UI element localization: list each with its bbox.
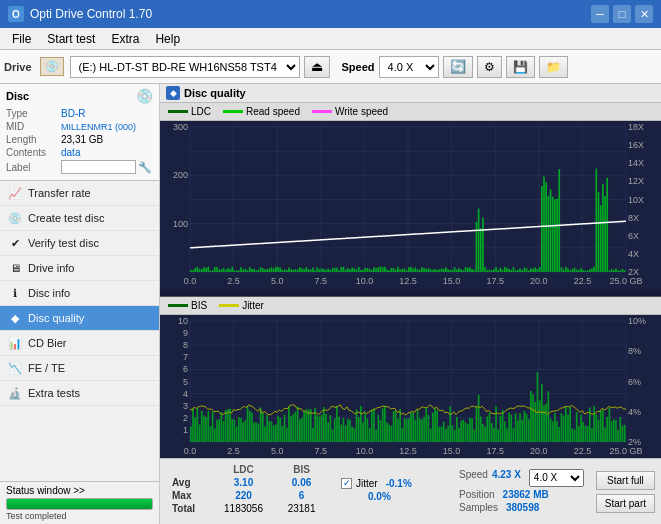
bottom-legend-bar: BIS Jitter xyxy=(160,297,661,315)
maximize-button[interactable]: □ xyxy=(613,5,631,23)
cd-bier-icon: 📊 xyxy=(8,336,22,350)
eject-button[interactable]: ⏏ xyxy=(304,56,330,78)
disc-label-key: Label xyxy=(6,162,61,173)
chart-header-icon: ◆ xyxy=(166,86,180,100)
extra-tests-icon: 🔬 xyxy=(8,386,22,400)
menu-start-test[interactable]: Start test xyxy=(39,30,103,48)
config-button[interactable]: ⚙ xyxy=(477,56,502,78)
drive-select[interactable]: (E:) HL-DT-ST BD-RE WH16NS58 TST4 xyxy=(70,56,300,78)
stats-table: LDC BIS Avg 3.10 0.06 Max 220 6 Total xyxy=(160,459,333,524)
jitter-avg: -0.1% xyxy=(386,478,412,489)
nav-cd-bier[interactable]: 📊 CD Bier xyxy=(0,331,159,356)
minimize-button[interactable]: ─ xyxy=(591,5,609,23)
stats-max-ldc: 220 xyxy=(211,489,276,502)
nav-fe-te[interactable]: 📉 FE / TE xyxy=(0,356,159,381)
menu-file[interactable]: File xyxy=(4,30,39,48)
speed-info-section: Speed 4.23 X 4.0 X Position 23862 MB Sam… xyxy=(453,459,590,524)
legend-jitter: Jitter xyxy=(219,300,264,311)
drive-label: Drive xyxy=(4,61,32,73)
nav-drive-info[interactable]: 🖥 Drive info xyxy=(0,256,159,281)
transfer-rate-icon: 📈 xyxy=(8,186,22,200)
progress-bar-fill xyxy=(7,499,152,509)
titlebar: O Opti Drive Control 1.70 ─ □ ✕ xyxy=(0,0,661,28)
refresh-button[interactable]: 🔄 xyxy=(443,56,473,78)
stats-avg-bis: 0.06 xyxy=(276,476,327,489)
stats-total-bis: 23181 xyxy=(276,502,327,515)
nav-create-test-disc[interactable]: 💿 Create test disc xyxy=(0,206,159,231)
bottom-chart-canvas xyxy=(160,315,661,458)
burn-button[interactable]: 💾 xyxy=(506,56,535,78)
top-chart-canvas xyxy=(160,121,661,290)
progress-bar-container xyxy=(6,498,153,510)
speed-select[interactable]: 4.0 X xyxy=(379,56,439,78)
status-window-label: Status window >> xyxy=(6,485,85,496)
table-row: Max 220 6 xyxy=(166,489,327,502)
stats-col-ldc: LDC xyxy=(211,463,276,476)
jitter-checkbox[interactable]: ✓ xyxy=(341,478,352,489)
disc-type-key: Type xyxy=(6,108,61,119)
charts-container: LDC Read speed Write speed BIS xyxy=(160,103,661,458)
table-row: Total 1183056 23181 xyxy=(166,502,327,515)
nav-extra-tests[interactable]: 🔬 Extra tests xyxy=(0,381,159,406)
app-icon: O xyxy=(8,6,24,22)
samples-key: Samples xyxy=(459,502,498,513)
stats-total-label: Total xyxy=(166,502,211,515)
nav-disc-info-label: Disc info xyxy=(28,287,70,299)
bottom-chart-wrapper xyxy=(160,315,661,458)
disc-length-val: 23,31 GB xyxy=(61,134,103,145)
nav-create-test-disc-label: Create test disc xyxy=(28,212,104,224)
jitter-max: 0.0% xyxy=(368,491,391,502)
main-area: Disc 💿 Type BD-R MID MILLENMR1 (000) Len… xyxy=(0,84,661,524)
position-key: Position xyxy=(459,489,495,500)
legend-bis-label: BIS xyxy=(191,300,207,311)
start-part-button[interactable]: Start part xyxy=(596,494,655,513)
drive-icon: 💿 xyxy=(40,57,64,76)
right-panel: ◆ Disc quality LDC Read speed Write spee… xyxy=(160,84,661,524)
create-test-disc-icon: 💿 xyxy=(8,211,22,225)
disc-mid-val: MILLENMR1 (000) xyxy=(61,122,136,132)
legend-jitter-label: Jitter xyxy=(242,300,264,311)
fe-te-icon: 📉 xyxy=(8,361,22,375)
save-button[interactable]: 📁 xyxy=(539,56,568,78)
nav-cd-bier-label: CD Bier xyxy=(28,337,67,349)
position-val: 23862 MB xyxy=(503,489,549,500)
speed-label: Speed xyxy=(342,61,375,73)
disc-header-icon: 💿 xyxy=(136,88,153,104)
menu-help[interactable]: Help xyxy=(147,30,188,48)
nav-disc-info[interactable]: ℹ Disc info xyxy=(0,281,159,306)
chart-header: ◆ Disc quality xyxy=(160,84,661,103)
disc-type-val: BD-R xyxy=(61,108,85,119)
disc-info-box: Disc 💿 Type BD-R MID MILLENMR1 (000) Len… xyxy=(0,84,159,181)
disc-quality-icon: ◆ xyxy=(8,311,22,325)
start-full-button[interactable]: Start full xyxy=(596,471,655,490)
legend-read-speed-label: Read speed xyxy=(246,106,300,117)
status-window-toggle[interactable]: Status window >> Test completed xyxy=(0,481,159,524)
speed-result-select[interactable]: 4.0 X xyxy=(529,469,584,487)
window-controls: ─ □ ✕ xyxy=(591,5,653,23)
buttons-section: Start full Start part xyxy=(590,459,661,524)
drive-info-icon: 🖥 xyxy=(8,261,22,275)
legend-ldc-label: LDC xyxy=(191,106,211,117)
status-text: Test completed xyxy=(6,511,153,521)
legend-write-speed-label: Write speed xyxy=(335,106,388,117)
left-panel: Disc 💿 Type BD-R MID MILLENMR1 (000) Len… xyxy=(0,84,160,524)
nav-verify-test-disc[interactable]: ✔ Verify test disc xyxy=(0,231,159,256)
verify-test-disc-icon: ✔ xyxy=(8,236,22,250)
stats-max-bis: 6 xyxy=(276,489,327,502)
disc-mid-key: MID xyxy=(6,121,61,132)
close-button[interactable]: ✕ xyxy=(635,5,653,23)
nav-transfer-rate[interactable]: 📈 Transfer rate xyxy=(0,181,159,206)
legend-bis: BIS xyxy=(168,300,207,311)
stats-bar: LDC BIS Avg 3.10 0.06 Max 220 6 Total xyxy=(160,458,661,524)
stats-col-bis: BIS xyxy=(276,463,327,476)
nav-extra-tests-label: Extra tests xyxy=(28,387,80,399)
nav-disc-quality[interactable]: ◆ Disc quality xyxy=(0,306,159,331)
stats-total-ldc: 1183056 xyxy=(211,502,276,515)
disc-label-input[interactable] xyxy=(61,160,136,174)
stats-max-label: Max xyxy=(166,489,211,502)
menu-extra[interactable]: Extra xyxy=(103,30,147,48)
toolbar: Drive 💿 (E:) HL-DT-ST BD-RE WH16NS58 TST… xyxy=(0,50,661,84)
top-legend-bar: LDC Read speed Write speed xyxy=(160,103,661,121)
speed-key: Speed xyxy=(459,469,488,487)
disc-label-edit-icon[interactable]: 🔧 xyxy=(138,161,152,174)
